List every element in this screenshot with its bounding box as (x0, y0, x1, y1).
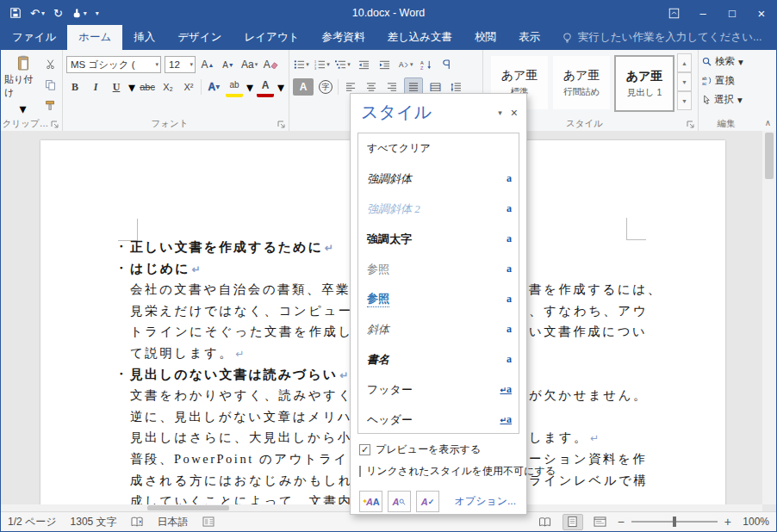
superscript-button[interactable]: X² (180, 78, 197, 96)
styles-dialog-launcher[interactable] (687, 121, 695, 129)
font-name-select[interactable]: MS ゴシック (▾ (66, 56, 161, 73)
web-layout-button[interactable] (590, 514, 611, 530)
paste-button[interactable]: 貼り付け ▾ (4, 53, 41, 117)
gallery-up-button[interactable]: ▲ (677, 53, 692, 72)
tell-me-box[interactable]: 実行したい作業を入力してください... (551, 25, 772, 50)
macro-recording-button[interactable] (202, 517, 214, 527)
zoom-in-button[interactable]: + (724, 515, 731, 529)
style-item-ヘッダー[interactable]: ヘッダー↵a (358, 405, 519, 434)
find-button[interactable]: 検索▾ (702, 53, 750, 70)
highlight-button[interactable]: ab (226, 77, 243, 97)
shrink-font-button[interactable]: A▼ (220, 56, 237, 73)
style-item-フッター[interactable]: フッター↵a (358, 374, 519, 405)
vertical-scrollbar[interactable] (762, 131, 776, 504)
read-mode-button[interactable] (535, 514, 556, 530)
tab-差し込み文書[interactable]: 差し込み文書 (376, 25, 463, 50)
print-layout-button[interactable] (563, 514, 583, 530)
close-button[interactable]: × (747, 1, 776, 25)
increase-indent-button[interactable] (376, 56, 393, 73)
subscript-button[interactable]: X₂ (159, 78, 177, 96)
gallery-more-button[interactable]: ▼ (677, 91, 692, 110)
style-item-すべてクリア[interactable]: すべてクリア (358, 133, 519, 164)
bold-button[interactable]: B (66, 78, 84, 96)
strikethrough-button[interactable]: abc (139, 78, 156, 96)
styles-pane-menu-button[interactable]: ▾ (498, 108, 502, 117)
zoom-slider[interactable] (631, 521, 718, 523)
enclose-characters-button[interactable]: 字 (317, 78, 334, 96)
tab-参考資料[interactable]: 参考資料 (310, 25, 376, 50)
style-item-参照[interactable]: 参照a (358, 254, 519, 284)
gallery-style-行間詰め[interactable]: あア亜行間詰め (552, 55, 611, 110)
font-color-button[interactable]: A (257, 77, 274, 97)
touch-mode-button[interactable]: ▾ (71, 8, 87, 19)
redo-button[interactable]: ↻ (53, 7, 63, 20)
styles-pane-close-button[interactable]: × (511, 106, 518, 120)
show-preview-row[interactable]: ✓ プレビューを表示する (359, 442, 518, 457)
touch-mode-icon (71, 8, 82, 19)
undo-icon: ↶ (30, 7, 40, 20)
tab-挿入[interactable]: 挿入 (122, 25, 166, 50)
cut-button[interactable] (41, 55, 59, 72)
undo-button[interactable]: ↶▾ (30, 7, 45, 20)
show-marks-button[interactable] (438, 56, 456, 73)
style-item-書名[interactable]: 書名a (358, 344, 519, 374)
minimize-button[interactable]: – (688, 1, 718, 25)
disable-linked-row[interactable]: リンクされたスタイルを使用不可にする (359, 464, 518, 479)
numbering-button[interactable]: 123▾ (314, 56, 331, 73)
proofing-status[interactable] (131, 517, 144, 528)
account-name[interactable]: Yoshie Kohama (772, 25, 777, 50)
word-count[interactable]: 1305 文字 (71, 515, 117, 529)
tab-表示[interactable]: 表示 (507, 25, 551, 50)
collapse-ribbon-button[interactable]: ∧ (765, 118, 771, 127)
tab-校閲[interactable]: 校閲 (463, 25, 507, 50)
style-item-参照[interactable]: 参照a (358, 284, 519, 314)
style-item-斜体[interactable]: 斜体a (358, 314, 519, 344)
save-button[interactable] (9, 7, 22, 19)
ribbon-display-options-button[interactable] (659, 1, 688, 25)
show-preview-checkbox[interactable]: ✓ (359, 444, 370, 455)
tab-ファイル[interactable]: ファイル (1, 25, 67, 50)
zoom-level[interactable]: 100% (738, 516, 769, 528)
grow-font-button[interactable]: A▲ (199, 56, 216, 73)
clear-formatting-button[interactable]: A (262, 56, 279, 73)
disable-linked-checkbox[interactable] (359, 466, 361, 477)
manage-styles-button[interactable]: A✓ (416, 491, 439, 512)
character-shading-button[interactable]: A (293, 78, 314, 96)
maximize-button[interactable]: □ (718, 1, 747, 25)
sort-button[interactable]: AZ (418, 56, 435, 73)
replace-button[interactable]: abac 置換 (702, 72, 750, 89)
zoom-slider-thumb[interactable] (673, 517, 676, 527)
tab-デザイン[interactable]: デザイン (166, 25, 233, 50)
style-item-強調斜体 2[interactable]: 強調斜体 2a (358, 194, 519, 224)
gallery-style-見出し 1[interactable]: あア亜見出し 1 (614, 55, 674, 112)
vertical-scroll-thumb[interactable] (765, 133, 774, 179)
new-style-button[interactable]: ✦AA (359, 491, 382, 512)
underline-button[interactable]: U (108, 78, 125, 96)
style-item-強調斜体[interactable]: 強調斜体a (358, 164, 519, 194)
text-effects-button[interactable]: A▾ (205, 78, 222, 96)
multilevel-list-button[interactable]: ▾ (334, 56, 351, 73)
format-painter-button[interactable] (41, 96, 59, 114)
clipboard-dialog-launcher[interactable] (51, 121, 59, 129)
decrease-indent-button[interactable] (355, 56, 372, 73)
bullets-button[interactable]: ▾ (293, 56, 310, 73)
horizontal-scroll-thumb[interactable] (147, 505, 229, 510)
asian-layout-button[interactable]: A▾ (396, 56, 414, 73)
tab-レイアウト[interactable]: レイアウト (233, 25, 310, 50)
gallery-down-button[interactable]: ▼ (677, 72, 692, 91)
doc-line-right: します。↵ (529, 430, 599, 446)
font-size-select[interactable]: 12▾ (165, 56, 196, 73)
style-inspector-button[interactable]: A (388, 491, 411, 512)
select-button[interactable]: 選択▾ (702, 91, 750, 108)
italic-button[interactable]: I (87, 78, 104, 96)
zoom-out-button[interactable]: − (618, 515, 625, 529)
qat-customize-button[interactable]: ▾ (96, 9, 99, 17)
style-item-強調太字[interactable]: 強調太字a (358, 224, 519, 254)
styles-options-link[interactable]: オプション... (455, 494, 516, 509)
tab-ホーム[interactable]: ホーム (67, 25, 122, 50)
font-dialog-launcher[interactable] (277, 121, 286, 129)
page-indicator[interactable]: 1/2 ページ (8, 515, 57, 529)
language-indicator[interactable]: 日本語 (158, 515, 189, 529)
copy-button[interactable] (41, 76, 59, 93)
change-case-button[interactable]: Aa▾ (240, 56, 258, 73)
